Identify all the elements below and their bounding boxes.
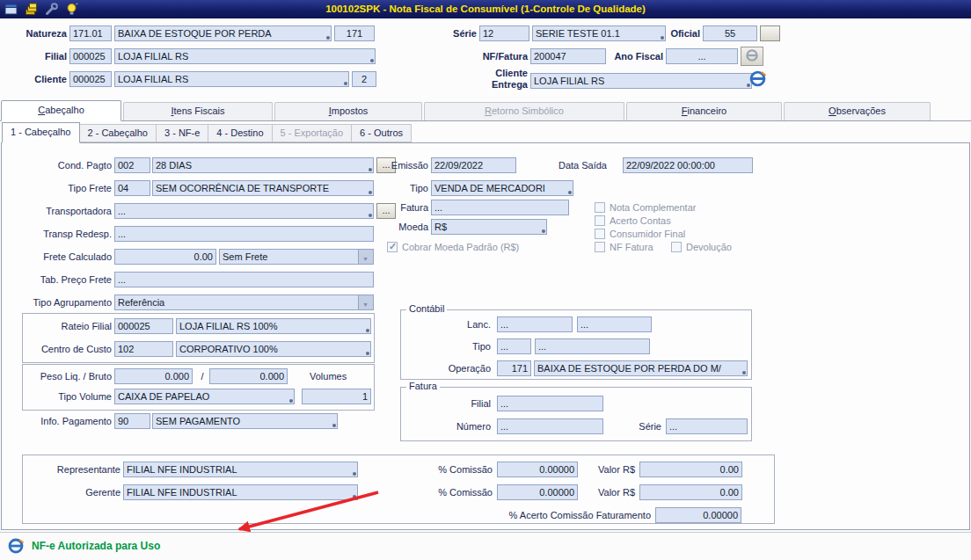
fatura-numero-label: Número xyxy=(405,418,491,434)
cliente-num-field[interactable]: 2 xyxy=(352,71,376,87)
cond-pagto-label: Cond. Pagto xyxy=(2,157,112,173)
fatura-serie-label: Série xyxy=(607,418,661,434)
filial-desc-field[interactable]: LOJA FILIAL RS xyxy=(114,48,376,64)
cliente-desc-field[interactable]: LOJA FILIAL RS xyxy=(114,71,349,87)
checkbox-label: Cobrar Moeda Padrão (R$) xyxy=(402,242,519,252)
ano-fiscal-field[interactable]: ... xyxy=(666,48,738,64)
frete-tipo-select[interactable]: Sem Frete xyxy=(219,249,374,265)
chevron-down-icon[interactable] xyxy=(358,295,373,309)
data-saida-field[interactable]: 22/09/2022 00:00:00 xyxy=(623,157,753,173)
cliente-code-field[interactable]: 000025 xyxy=(69,71,112,87)
tipo-frete-code-field[interactable]: 04 xyxy=(114,180,150,196)
tab-strip-filler xyxy=(931,99,971,120)
contabil-tipo-field-2[interactable]: ... xyxy=(535,338,650,354)
main-tabs: Cabeçalho Itens Fiscais Impostos Retorno… xyxy=(0,99,971,121)
statusbar: NF-e Autorizada para Uso xyxy=(0,532,971,560)
subtab-4-destino[interactable]: 4 - Destino xyxy=(208,124,272,142)
tipo-agrupamento-select[interactable]: Referência xyxy=(114,295,374,310)
oficial-lookup-button[interactable] xyxy=(760,25,780,41)
peso-liq-field[interactable]: 0.000 xyxy=(114,368,193,384)
tab-itens-fiscais[interactable]: Itens Fiscais xyxy=(123,102,273,120)
consumidor-final-checkbox[interactable]: Consumidor Final xyxy=(595,228,685,240)
cobrar-moeda-checkbox[interactable]: Cobrar Moeda Padrão (R$) xyxy=(387,241,519,253)
lanc-field-1[interactable]: ... xyxy=(497,316,573,332)
transp-redesp-field[interactable]: ... xyxy=(114,226,374,242)
fatura-filial-field[interactable]: ... xyxy=(497,396,603,411)
moeda-label: Moeda xyxy=(352,219,428,235)
devolucao-checkbox[interactable]: Devolução xyxy=(671,241,732,253)
emissao-field[interactable]: 22/09/2022 xyxy=(431,157,516,173)
tab-label: Retorno Simbólico xyxy=(425,103,624,120)
natureza-num-field[interactable]: 171 xyxy=(334,25,375,41)
transportadora-label: Transportadora xyxy=(2,203,112,219)
lanc-field-2[interactable]: ... xyxy=(577,316,652,332)
lanc-label: Lanc. xyxy=(405,316,491,332)
frete-calculado-field[interactable]: 0.00 xyxy=(114,249,216,265)
centro-custo-code-field[interactable]: 102 xyxy=(114,341,173,357)
info-pagamento-code-field[interactable]: 90 xyxy=(114,413,150,429)
ger-valor-field[interactable]: 0.00 xyxy=(639,484,742,500)
tab-preco-frete-field[interactable]: ... xyxy=(114,272,374,287)
tab-retorno-simbolico: Retorno Simbólico xyxy=(424,102,624,120)
chevron-down-icon[interactable] xyxy=(358,250,373,264)
subtab-6-outros[interactable]: 6 - Outros xyxy=(351,124,412,142)
subtab-3-nfe[interactable]: 3 - NF-e xyxy=(156,124,208,142)
operacao-desc-field[interactable]: BAIXA DE ESTOQUE POR PERDA DO M/ xyxy=(534,360,748,376)
fatura-group-title: Fatura xyxy=(406,381,440,391)
nf-fatura-checkbox[interactable]: NF Fatura xyxy=(595,241,653,253)
filial-label: Filial xyxy=(2,48,67,64)
centro-custo-desc-field[interactable]: CORPORATIVO 100% xyxy=(176,341,371,357)
natureza-desc-field[interactable]: BAIXA DE ESTOQUE POR PERDA xyxy=(114,25,332,41)
sub-tabs: 1 - Cabeçalho 2 - Cabeçalho 3 - NF-e 4 -… xyxy=(2,122,411,143)
natureza-code-field[interactable]: 171.01 xyxy=(69,25,112,41)
rep-valor-field[interactable]: 0.00 xyxy=(639,462,742,477)
contabil-tipo-field-1[interactable]: ... xyxy=(497,338,531,354)
volumes-qty-field[interactable]: 1 xyxy=(302,389,371,404)
cond-pagto-code-field[interactable]: 002 xyxy=(114,157,150,173)
rep-comissao-field[interactable]: 0.00000 xyxy=(497,462,578,477)
ano-fiscal-button[interactable] xyxy=(741,47,763,66)
fatura-field[interactable]: ... xyxy=(431,200,569,215)
rateio-filial-code-field[interactable]: 000025 xyxy=(114,318,173,334)
tab-observacoes[interactable]: Observações xyxy=(784,102,931,120)
window-title: 100102SPK - Nota Fiscal de Consumível (1… xyxy=(0,0,971,18)
gerente-field[interactable]: FILIAL NFE INDUSTRIAL xyxy=(123,484,358,500)
serie-label: Série xyxy=(406,25,477,41)
tipo-field[interactable]: VENDA DE MERCADORI xyxy=(431,180,573,196)
acerto-comissao-field[interactable]: 0.00000 xyxy=(655,507,741,523)
peso-label: Peso Liq. / Bruto xyxy=(2,368,112,384)
tab-impostos[interactable]: Impostos xyxy=(274,102,422,120)
representante-field[interactable]: FILIAL NFE INDUSTRIAL xyxy=(123,462,358,477)
moeda-field[interactable]: R$ xyxy=(431,219,547,235)
ger-comissao-field[interactable]: 0.00000 xyxy=(497,484,578,500)
transportadora-field[interactable]: ... xyxy=(114,203,374,219)
tab-label: Itens Fiscais xyxy=(124,103,272,120)
serie-code-field[interactable]: 12 xyxy=(479,25,529,41)
peso-bruto-field[interactable]: 0.000 xyxy=(209,368,288,384)
info-pagamento-desc-field[interactable]: SEM PAGAMENTO xyxy=(152,413,338,429)
tipo-frete-desc-field[interactable]: SEM OCORRÊNCIA DE TRANSPORTE xyxy=(152,180,374,196)
tab-financeiro[interactable]: Financeiro xyxy=(626,102,782,120)
subtab-1-cabecalho[interactable]: 1 - Cabeçalho xyxy=(2,122,80,143)
transp-redesp-label: Transp Redesp. xyxy=(2,226,112,242)
contabil-tipo-label: Tipo xyxy=(405,338,491,354)
tipo-volume-field[interactable]: CAIXA DE PAPELAO xyxy=(114,389,295,404)
filial-code-field[interactable]: 000025 xyxy=(69,48,112,64)
fatura-serie-field[interactable]: ... xyxy=(666,418,748,434)
tab-cabecalho[interactable]: Cabeçalho xyxy=(1,100,121,121)
fatura-numero-field[interactable]: ... xyxy=(497,418,603,434)
operacao-code-field[interactable]: 171 xyxy=(497,360,531,376)
nf-fatura-field[interactable]: 200047 xyxy=(530,48,606,64)
subtab-2-cabecalho[interactable]: 2 - Cabeçalho xyxy=(79,124,157,142)
cond-pagto-desc-field[interactable]: 28 DIAS xyxy=(152,157,374,173)
operacao-label: Operação xyxy=(405,360,491,376)
checkbox-label: Acerto Contas xyxy=(610,215,671,226)
checkbox-box xyxy=(595,242,605,252)
acerto-comissao-label: % Acerto Comissão Faturamento xyxy=(438,507,651,523)
cliente-entrega-field[interactable]: LOJA FILIAL RS xyxy=(530,73,752,89)
nota-complementar-checkbox[interactable]: Nota Complementar xyxy=(595,201,696,214)
acerto-contas-checkbox[interactable]: Acerto Contas xyxy=(595,215,671,227)
rateio-filial-desc-field[interactable]: LOJA FILIAL RS 100% xyxy=(176,318,371,334)
oficial-field[interactable]: 55 xyxy=(703,25,757,41)
nfe-logo-icon[interactable] xyxy=(748,69,767,90)
